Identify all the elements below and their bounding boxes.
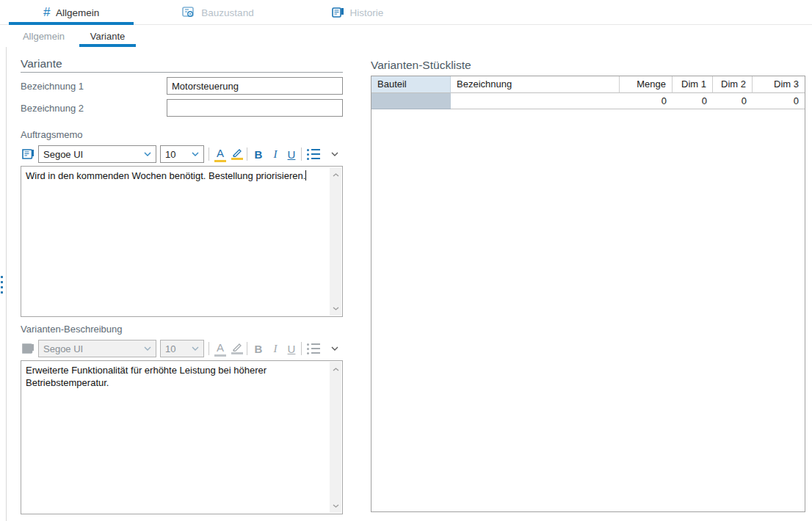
bold-button[interactable]: B xyxy=(251,339,266,358)
auftragsmemo-label: Auftragsmemo xyxy=(21,129,83,140)
table-header-row: Bauteil Bezeichnung Menge Dim 1 Dim 2 Di… xyxy=(371,76,805,93)
toolbar-separator xyxy=(247,342,247,355)
underline-button[interactable]: U xyxy=(284,339,299,358)
splitter-grip-dots xyxy=(1,276,4,298)
tab-label: Allgemein xyxy=(56,7,99,18)
varianten-beschreibung-label: Varianten-Beschreibung xyxy=(21,324,123,335)
tool-gear-icon xyxy=(182,7,195,18)
font-color-label: A xyxy=(217,341,224,354)
chevron-down-icon xyxy=(331,152,338,156)
table-row[interactable]: 0 0 0 0 xyxy=(371,93,805,109)
toolbar-separator xyxy=(209,342,209,355)
chevron-down-icon xyxy=(331,346,338,351)
bezeichnung2-label: Bezeichnung 2 xyxy=(21,103,84,114)
section-divider xyxy=(21,72,343,73)
font-family-select[interactable]: Segoe UI xyxy=(38,145,156,163)
cell-dim2[interactable]: 0 xyxy=(713,93,753,109)
highlight-color-button[interactable] xyxy=(230,145,244,164)
column-header-dim3[interactable]: Dim 3 xyxy=(753,76,805,93)
tab-label: Variante xyxy=(90,31,125,42)
beschreibung-textarea[interactable]: Erweiterte Funktionalität für erhöhte Le… xyxy=(21,360,343,514)
variante-section-title: Variante xyxy=(21,57,62,70)
chevron-down-icon xyxy=(192,346,199,351)
auftragsmemo-textarea[interactable]: Wird in den kommenden Wochen benötigt. B… xyxy=(21,166,343,317)
bullet-list-button[interactable] xyxy=(306,145,321,164)
italic-button[interactable]: I xyxy=(268,339,283,358)
varianten-stueckliste-table: Bauteil Bezeichnung Menge Dim 1 Dim 2 Di… xyxy=(371,76,805,512)
toolbar-separator xyxy=(247,147,247,161)
pen-icon xyxy=(232,343,242,351)
toolbar-separator xyxy=(209,147,209,161)
bezeichnung1-label: Bezeichnung 1 xyxy=(21,81,84,92)
description-scrollbar[interactable] xyxy=(330,362,341,513)
italic-button[interactable]: I xyxy=(268,145,283,164)
font-color-button[interactable]: A xyxy=(213,145,228,164)
tab-variante[interactable]: Variante xyxy=(79,25,136,47)
font-size-select[interactable]: 10 xyxy=(160,145,204,163)
scroll-down-icon[interactable] xyxy=(330,500,341,511)
chevron-down-icon xyxy=(144,346,151,351)
font-size-value: 10 xyxy=(165,149,175,160)
cell-dim3[interactable]: 0 xyxy=(753,93,805,109)
toolbar-more-button[interactable] xyxy=(329,339,341,358)
tab-historie[interactable]: Historie xyxy=(295,0,420,25)
font-family-value: Segoe UI xyxy=(43,149,83,160)
chevron-down-icon xyxy=(192,152,199,156)
text-caret xyxy=(305,170,306,181)
bullet-list-icon xyxy=(307,149,320,160)
font-color-swatch xyxy=(214,354,226,357)
tab-bauzustand[interactable]: Bauzustand xyxy=(156,0,280,25)
font-color-button[interactable]: A xyxy=(213,339,228,358)
stueckliste-section-title: Varianten-Stückliste xyxy=(371,59,471,72)
hash-icon: # xyxy=(43,5,50,20)
memo-icon xyxy=(21,145,35,164)
cell-dim1[interactable]: 0 xyxy=(673,93,713,109)
panel-left-border xyxy=(6,47,7,521)
column-header-dim2[interactable]: Dim 2 xyxy=(713,76,753,93)
underline-button[interactable]: U xyxy=(284,145,299,164)
cell-menge[interactable]: 0 xyxy=(620,93,673,109)
cell-bauteil[interactable] xyxy=(371,93,451,109)
top-tab-bar: # Allgemein Bauzustand xyxy=(0,0,812,25)
column-header-menge[interactable]: Menge xyxy=(620,76,673,93)
toolbar-separator xyxy=(301,147,302,161)
bezeichnung2-input[interactable] xyxy=(167,99,343,117)
description-toolbar: Segoe UI 10 A B I U xyxy=(21,339,343,358)
scroll-up-icon[interactable] xyxy=(330,169,341,181)
font-family-value: Segoe UI xyxy=(43,343,83,354)
book-icon xyxy=(332,7,344,18)
bullet-list-icon xyxy=(307,343,320,354)
memo-icon xyxy=(21,339,35,358)
column-header-dim1[interactable]: Dim 1 xyxy=(673,76,713,93)
bullet-list-button[interactable] xyxy=(306,339,321,358)
highlight-color-swatch xyxy=(231,158,243,160)
tab-allgemein-top[interactable]: # Allgemein xyxy=(9,0,134,25)
pen-icon xyxy=(232,148,242,157)
font-size-select[interactable]: 10 xyxy=(160,340,204,357)
highlight-color-swatch xyxy=(231,352,243,354)
bezeichnung1-input[interactable] xyxy=(167,77,343,95)
column-header-bauteil[interactable]: Bauteil xyxy=(371,76,451,93)
sub-tab-bar: Allgemein Variante xyxy=(0,25,812,47)
description-text: Erweiterte Funktionalität für erhöhte Le… xyxy=(26,365,267,388)
toolbar-more-button[interactable] xyxy=(329,145,341,164)
font-size-value: 10 xyxy=(165,343,175,354)
highlight-color-button[interactable] xyxy=(230,339,244,358)
font-color-label: A xyxy=(217,147,224,159)
tab-label: Historie xyxy=(350,7,384,18)
tab-label: Bauzustand xyxy=(201,7,253,18)
bold-button[interactable]: B xyxy=(251,145,266,164)
cell-bezeichnung[interactable] xyxy=(451,93,620,109)
tab-label: Allgemein xyxy=(23,31,65,42)
tab-allgemein-sub[interactable]: Allgemein xyxy=(9,25,79,47)
font-family-select[interactable]: Segoe UI xyxy=(38,340,156,357)
toolbar-separator xyxy=(301,342,302,355)
scroll-down-icon[interactable] xyxy=(330,302,341,314)
column-header-bezeichnung[interactable]: Bezeichnung xyxy=(451,76,620,93)
memo-toolbar: Segoe UI 10 A B I U xyxy=(21,145,343,164)
memo-scrollbar[interactable] xyxy=(330,167,341,316)
scroll-up-icon[interactable] xyxy=(330,363,341,375)
memo-text: Wird in den kommenden Wochen benötigt. B… xyxy=(26,170,305,181)
splitter-handle[interactable] xyxy=(0,47,4,521)
chevron-down-icon xyxy=(144,152,151,156)
